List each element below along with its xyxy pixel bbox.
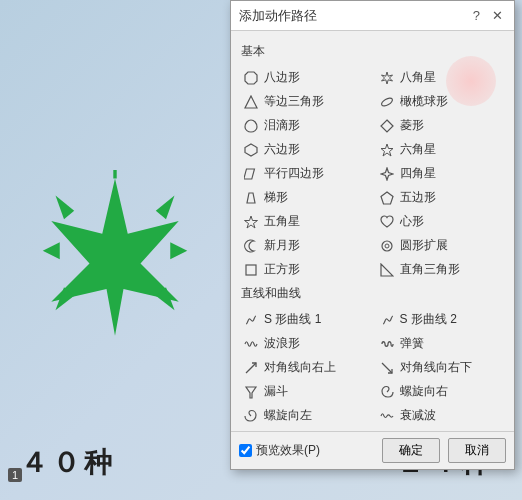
pentagon-icon <box>379 190 395 206</box>
bottom-left-count: ４０种 <box>20 444 116 482</box>
s-curve2-icon <box>379 312 395 328</box>
svg-marker-15 <box>244 169 254 179</box>
trapezoid-icon <box>243 190 259 206</box>
help-button[interactable]: ? <box>470 9 483 22</box>
shape-octagram[interactable]: 八角星 <box>375 66 511 89</box>
dialog-title: 添加动作路径 <box>239 7 317 25</box>
svg-marker-13 <box>245 144 257 156</box>
shape-crescent[interactable]: 新月形 <box>239 234 375 257</box>
shape-trapezoid[interactable]: 梯形 <box>239 186 375 209</box>
shape-s-curve2[interactable]: S 形曲线 2 <box>375 308 511 331</box>
shape-hexagram[interactable]: 六角星 <box>375 138 511 161</box>
preview-checkbox-label[interactable]: 预览效果(P) <box>239 442 320 459</box>
svg-point-20 <box>382 241 392 251</box>
octagon-icon <box>243 70 259 86</box>
hexagon-icon <box>243 142 259 158</box>
close-button[interactable]: ✕ <box>489 9 506 22</box>
cancel-button[interactable]: 取消 <box>448 438 506 463</box>
svg-marker-16 <box>381 168 393 180</box>
dialog-titlebar: 添加动作路径 ? ✕ <box>231 1 514 31</box>
dialog-body: 基本 八边形 八角星 <box>231 31 514 431</box>
shape-quadstar[interactable]: 四角星 <box>375 162 511 185</box>
right-triangle-icon <box>379 262 395 278</box>
olive-icon <box>379 94 395 110</box>
shape-funnel[interactable]: 漏斗 <box>239 380 375 403</box>
shape-s-curve1[interactable]: S 形曲线 1 <box>239 308 375 331</box>
wave-icon <box>243 336 259 352</box>
hexagram-icon <box>379 142 395 158</box>
svg-marker-23 <box>381 264 393 276</box>
shape-hexagon[interactable]: 六边形 <box>239 138 375 161</box>
diamond-icon <box>379 118 395 134</box>
preview-label: 预览效果(P) <box>256 442 320 459</box>
square-icon <box>243 262 259 278</box>
shape-circle-expand[interactable]: 圆形扩展 <box>375 234 511 257</box>
circle-expand-icon <box>379 238 395 254</box>
shape-parallelogram[interactable]: 平行四边形 <box>239 162 375 185</box>
shape-octagon[interactable]: 八边形 <box>239 66 375 89</box>
shape-heart[interactable]: 心形 <box>375 210 511 233</box>
shape-triangle[interactable]: 等边三角形 <box>239 90 375 113</box>
svg-line-25 <box>382 363 392 373</box>
svg-marker-8 <box>245 72 257 84</box>
shape-diamond[interactable]: 菱形 <box>375 114 511 137</box>
svg-marker-14 <box>381 144 393 156</box>
svg-marker-10 <box>245 96 257 108</box>
dialog-footer: 预览效果(P) 确定 取消 <box>231 431 514 469</box>
triangle-icon <box>243 94 259 110</box>
section-header-basic: 基本 <box>239 43 510 60</box>
spring-icon <box>379 336 395 352</box>
basic-shape-grid: 八边形 八角星 等边三角形 <box>239 66 510 281</box>
svg-rect-22 <box>246 265 256 275</box>
heart-icon <box>379 214 395 230</box>
confirm-button[interactable]: 确定 <box>382 438 440 463</box>
s-curve1-icon <box>243 312 259 328</box>
shape-olive[interactable]: 橄榄球形 <box>375 90 511 113</box>
svg-marker-12 <box>381 120 393 132</box>
quadstar-icon <box>379 166 395 182</box>
titlebar-buttons: ? ✕ <box>470 9 506 22</box>
octagram-icon <box>379 70 395 86</box>
shape-spiral-right[interactable]: 螺旋向右 <box>375 380 511 403</box>
crescent-icon <box>243 238 259 254</box>
svg-marker-5 <box>156 196 175 220</box>
shape-pentagram[interactable]: 五角星 <box>239 210 375 233</box>
diagonal-down-right-icon <box>379 360 395 376</box>
shape-square[interactable]: 正方形 <box>239 258 375 281</box>
svg-marker-0 <box>51 179 179 336</box>
spiral-left-icon <box>243 408 259 424</box>
preview-checkbox-input[interactable] <box>239 444 252 457</box>
lines-shape-grid: S 形曲线 1 S 形曲线 2 波浪形 <box>239 308 510 427</box>
parallelogram-icon <box>243 166 259 182</box>
svg-marker-4 <box>56 196 75 220</box>
svg-marker-17 <box>247 193 255 203</box>
star-shape <box>30 170 200 340</box>
svg-marker-19 <box>245 216 258 228</box>
shape-wave[interactable]: 波浪形 <box>239 332 375 355</box>
shape-scroll-area[interactable]: 基本 八边形 八角星 <box>231 35 514 427</box>
section-header-lines: 直线和曲线 <box>239 285 510 302</box>
shape-spiral-left[interactable]: 螺旋向左 <box>239 404 375 427</box>
add-action-path-dialog: 添加动作路径 ? ✕ 基本 八边形 <box>230 0 515 470</box>
pentagram-icon <box>243 214 259 230</box>
svg-line-24 <box>246 363 256 373</box>
shape-right-triangle[interactable]: 直角三角形 <box>375 258 511 281</box>
spiral-right-icon <box>379 384 395 400</box>
svg-point-21 <box>385 244 389 248</box>
svg-marker-2 <box>43 242 60 259</box>
svg-marker-18 <box>381 192 393 204</box>
funnel-icon <box>243 384 259 400</box>
decay-wave-icon <box>379 408 395 424</box>
shape-pentagon[interactable]: 五边形 <box>375 186 511 209</box>
shape-decay-wave[interactable]: 衰减波 <box>375 404 511 427</box>
shape-diagonal-down-right[interactable]: 对角线向右下 <box>375 356 511 379</box>
svg-marker-9 <box>381 72 392 84</box>
shape-teardrop[interactable]: 泪滴形 <box>239 114 375 137</box>
svg-marker-3 <box>170 242 187 259</box>
teardrop-icon <box>243 118 259 134</box>
shape-diagonal-up-right[interactable]: 对角线向右上 <box>239 356 375 379</box>
shape-spring[interactable]: 弹簧 <box>375 332 511 355</box>
svg-point-11 <box>380 96 393 107</box>
diagonal-up-right-icon <box>243 360 259 376</box>
